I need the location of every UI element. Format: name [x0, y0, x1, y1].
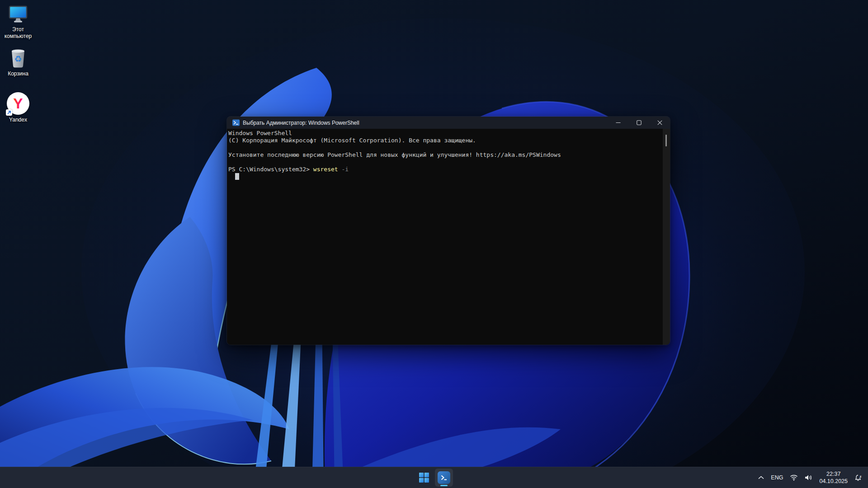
param-text: -i — [338, 166, 349, 173]
scrollbar[interactable] — [663, 129, 670, 345]
shortcut-arrow-icon — [6, 109, 12, 116]
desktop-icon-label: Этот компьютер — [0, 26, 36, 39]
cursor-line — [228, 173, 662, 180]
desktop: Этот компьютер ♻ Корзина Y — [0, 0, 868, 488]
text-cursor — [235, 173, 239, 180]
terminal[interactable]: Windows PowerShell (C) Корпорация Майкро… — [227, 129, 670, 345]
desktop-icon-label: Yandex — [0, 117, 36, 123]
maximize-icon — [637, 120, 642, 125]
terminal-line — [228, 144, 662, 151]
yandex-icon: Y — [7, 92, 29, 115]
minimize-button[interactable] — [608, 117, 628, 129]
notification-bell-button[interactable]: z — [854, 467, 863, 488]
terminal-line: Windows PowerShell — [228, 130, 662, 137]
minimize-icon — [616, 120, 621, 125]
svg-text:♻: ♻ — [14, 54, 22, 64]
desktop-icon-yandex[interactable]: Y Yandex — [0, 92, 36, 123]
terminal-line — [228, 159, 662, 166]
terminal-line: (C) Корпорация Майкрософт (Microsoft Cor… — [228, 137, 662, 144]
volume-icon — [805, 474, 812, 481]
powershell-icon — [232, 119, 240, 126]
command-text: wsreset — [313, 166, 338, 173]
terminal-output: Windows PowerShell (C) Корпорация Майкро… — [228, 130, 662, 180]
powershell-icon — [438, 471, 450, 484]
start-button[interactable] — [415, 469, 433, 487]
terminal-line: Установите последнюю версию PowerShell д… — [228, 151, 662, 159]
window-title: Выбрать Администратор: Windows PowerShel… — [243, 120, 608, 126]
desktop-icon-recycle-bin[interactable]: ♻ Корзина — [0, 48, 36, 77]
close-icon — [657, 120, 662, 125]
tray-chevron-button[interactable] — [758, 467, 764, 488]
clock[interactable]: 22:37 04.10.2025 — [819, 467, 848, 488]
bell-dnd-icon: z — [854, 474, 863, 482]
recycle-bin-icon: ♻ — [9, 48, 28, 69]
chevron-up-icon — [758, 476, 764, 479]
close-button[interactable] — [649, 117, 670, 129]
start-icon — [419, 473, 429, 483]
powershell-window: Выбрать Администратор: Windows PowerShel… — [227, 117, 670, 345]
scrollbar-thumb[interactable] — [665, 135, 667, 146]
wifi-button[interactable] — [790, 467, 798, 488]
language-indicator[interactable]: ENG — [771, 467, 783, 488]
taskbar-powershell-button[interactable] — [435, 469, 453, 487]
tray-date: 04.10.2025 — [819, 478, 848, 485]
prompt-text: PS C:\Windows\system32> — [228, 166, 313, 173]
this-pc-icon — [8, 5, 28, 24]
prompt-line: PS C:\Windows\system32> wsreset -i — [228, 166, 662, 173]
desktop-icon-this-pc[interactable]: Этот компьютер — [0, 5, 36, 39]
desktop-icon-label: Корзина — [0, 70, 36, 77]
wifi-icon — [790, 474, 798, 481]
titlebar[interactable]: Выбрать Администратор: Windows PowerShel… — [227, 117, 670, 129]
active-app-indicator — [440, 485, 448, 486]
svg-text:z: z — [860, 474, 862, 478]
svg-text:Y: Y — [13, 95, 23, 112]
maximize-button[interactable] — [628, 117, 649, 129]
volume-button[interactable] — [805, 467, 812, 488]
taskbar: ENG 22:37 04.10.2025 — [0, 467, 868, 488]
tray-time: 22:37 — [826, 470, 840, 478]
